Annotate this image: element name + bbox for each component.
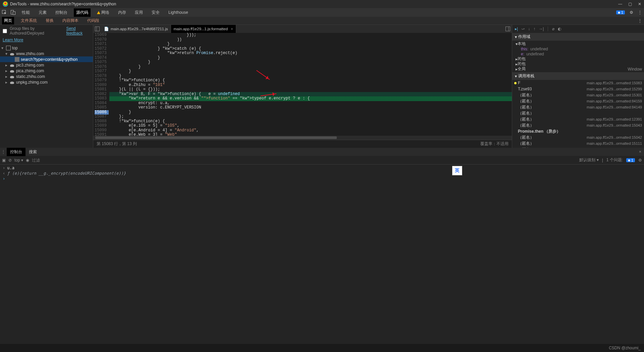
- close-tab-icon[interactable]: ×: [231, 27, 233, 31]
- step-icon[interactable]: →|: [539, 27, 544, 31]
- code-line[interactable]: }: [109, 60, 512, 65]
- drawer-menu-icon[interactable]: ⋮: [0, 149, 7, 154]
- tree-domain[interactable]: ▸static.zhihu.com: [0, 74, 93, 79]
- console-sidebar-icon[interactable]: ▣: [2, 158, 6, 163]
- scope-local[interactable]: ▾ 本地: [512, 41, 644, 46]
- console-filter-input[interactable]: [32, 158, 82, 163]
- file-tree[interactable]: ▾ top ▾ www.zhihu.com search?type=conten…: [0, 44, 93, 148]
- gutter-line[interactable]: 15081: [95, 87, 107, 92]
- code-line[interactable]: "kw">return e && e.version && "">functio…: [109, 96, 512, 101]
- scope-global[interactable]: ▸ 全局Window: [512, 67, 644, 72]
- subtab-overrides[interactable]: 替换: [44, 17, 56, 25]
- code-line[interactable]: }: [109, 65, 512, 70]
- subtab-filesystem[interactable]: 文件系统: [19, 17, 39, 25]
- clear-console-icon[interactable]: ⊘: [8, 158, 12, 163]
- code-line[interactable]: "kw">var B, F = "kw">function(e) { e = u…: [109, 92, 512, 97]
- console-prompt[interactable]: ›: [0, 176, 644, 181]
- subtab-page[interactable]: 网页: [2, 17, 14, 25]
- toggle-debugger-icon[interactable]: [504, 25, 512, 33]
- more-icon[interactable]: ⋮: [638, 10, 642, 15]
- context-selector[interactable]: top ▾: [14, 158, 23, 163]
- code-line[interactable]: !"kw">function(e) {: [109, 119, 512, 124]
- code-line[interactable]: e[e.Web = 3] = "Web": [109, 133, 512, 136]
- callstack-frame[interactable]: （匿名）main.app.ff1e29...ormatted:15042: [512, 134, 644, 140]
- code-line[interactable]: }: [109, 69, 512, 74]
- tree-domain[interactable]: ▸pic3.zhimg.com: [0, 62, 93, 68]
- code-line[interactable]: "kw">return Promise.reject(e): [109, 51, 512, 56]
- group-files-checkbox[interactable]: [3, 29, 7, 33]
- callstack-frame[interactable]: （匿名）main.app.ff1e29...ormatted:15301: [512, 92, 644, 98]
- editor-tab[interactable]: 📄 main.app.ff1e29...7e4fd687211.js: [101, 25, 171, 33]
- gutter-line[interactable]: 15077: [95, 69, 107, 74]
- console-settings-icon[interactable]: ⚙: [638, 158, 642, 163]
- gutter-line[interactable]: 15073: [95, 51, 107, 56]
- gutter-line[interactable]: 15085: [95, 105, 107, 110]
- code-line[interactable]: }: [109, 56, 512, 60]
- code-line[interactable]: !"kw">function(e) {: [109, 78, 512, 83]
- tree-domain[interactable]: ▸unpkg.zhimg.com: [0, 79, 93, 85]
- close-window-button[interactable]: ✕: [638, 2, 641, 6]
- code-line[interactable]: encrypt: u.a,: [109, 101, 512, 106]
- tree-domain[interactable]: ▸pica.zhimg.com: [0, 68, 93, 74]
- tab-security[interactable]: 安全: [149, 8, 162, 17]
- issues-button[interactable]: ■ 1: [626, 158, 635, 162]
- gutter-line[interactable]: 15086: [95, 110, 109, 115]
- tab-elements[interactable]: 元素: [36, 8, 49, 17]
- step-out-icon[interactable]: ↑: [533, 27, 535, 31]
- code-line[interactable]: }(L || (L = {}));: [109, 87, 512, 92]
- subtab-snippets[interactable]: 代码段: [85, 17, 101, 25]
- scope-closure[interactable]: ▸ 闭包: [512, 56, 644, 61]
- send-feedback-link[interactable]: Send feedback: [66, 26, 90, 36]
- subtabs-more-icon[interactable]: ⋮: [638, 18, 642, 23]
- code-line[interactable]: }: [109, 42, 512, 47]
- tab-network[interactable]: 网络: [95, 8, 112, 17]
- callstack-frame[interactable]: T.zse93main.app.ff1e29...ormatted:15299: [512, 86, 644, 92]
- gutter-line[interactable]: 15080: [95, 83, 107, 88]
- resume-icon[interactable]: ▸|: [515, 27, 518, 31]
- inspect-icon[interactable]: [2, 10, 7, 15]
- callstack-frame[interactable]: Fmain.app.ff1e29...ormatted:15083: [512, 80, 644, 86]
- tree-file-selected[interactable]: search?type=content&q=python: [0, 56, 93, 62]
- step-into-icon[interactable]: ↓: [528, 27, 530, 31]
- code-line[interactable]: }: [109, 74, 512, 79]
- learn-more-link[interactable]: Learn More: [3, 38, 23, 42]
- live-expression-icon[interactable]: ◉: [26, 158, 29, 163]
- scope-closure[interactable]: ▸ 闭包: [512, 61, 644, 67]
- pause-on-exceptions-icon[interactable]: ◐: [558, 27, 561, 31]
- gutter-line[interactable]: 15069: [95, 33, 107, 38]
- code-editor[interactable]: 1506915070150711507215073150741507515076…: [93, 33, 512, 136]
- horizontal-scrollbar[interactable]: [93, 136, 512, 140]
- callstack-frame[interactable]: （匿名）main.app.ff1e29...ormatted:84159: [512, 98, 644, 104]
- callstack-frame[interactable]: （匿名）main.app.ff1e29...ormatted:12391: [512, 116, 644, 122]
- tab-lighthouse[interactable]: Lighthouse: [166, 9, 191, 16]
- gutter-line[interactable]: 15079: [95, 78, 107, 83]
- console-output[interactable]: › u.a ‹ ƒ (e){return __g._encrypt(encode…: [0, 165, 644, 352]
- drawer-close-icon[interactable]: ×: [636, 149, 644, 154]
- tab-memory[interactable]: 内存: [116, 8, 128, 17]
- tree-domain[interactable]: ▾ www.zhihu.com: [0, 51, 93, 56]
- subtab-content-scripts[interactable]: 内容脚本: [60, 17, 80, 25]
- gutter-line[interactable]: 15091: [95, 133, 107, 136]
- gutter-line[interactable]: 15076: [95, 65, 107, 70]
- ime-indicator[interactable]: 英: [452, 166, 462, 175]
- gutter-line[interactable]: 15088: [95, 119, 107, 124]
- gutter-line[interactable]: 15090: [95, 128, 107, 133]
- gutter-line[interactable]: 15083: [95, 96, 107, 101]
- settings-icon[interactable]: ⚙: [630, 10, 633, 15]
- gutter-line[interactable]: 15089: [95, 124, 107, 128]
- gutter-line[interactable]: 15082: [95, 92, 107, 97]
- code-line[interactable]: )): [109, 38, 512, 42]
- scope-header[interactable]: ▾作用域: [512, 33, 644, 41]
- callstack-frame[interactable]: （匿名）main.app.ff1e29...ormatted:84149: [512, 104, 644, 110]
- callstack-frame[interactable]: （匿名）: [512, 110, 644, 116]
- code-line[interactable]: e[e.Android = 4] = "Android",: [109, 128, 512, 133]
- toggle-navigator-icon[interactable]: [93, 25, 101, 33]
- code-line[interactable]: e[e.iOS = 5] = "iOS",: [109, 124, 512, 128]
- tab-app[interactable]: 应用: [132, 8, 145, 17]
- code-line[interactable]: };: [109, 115, 512, 119]
- drawer-tab-console[interactable]: 控制台: [7, 148, 25, 156]
- callstack-header[interactable]: ▾调用堆栈: [512, 72, 644, 80]
- scope-var-e[interactable]: e:undefined: [512, 51, 644, 56]
- gutter-line[interactable]: 15084: [95, 101, 107, 106]
- minimize-button[interactable]: —: [618, 2, 622, 6]
